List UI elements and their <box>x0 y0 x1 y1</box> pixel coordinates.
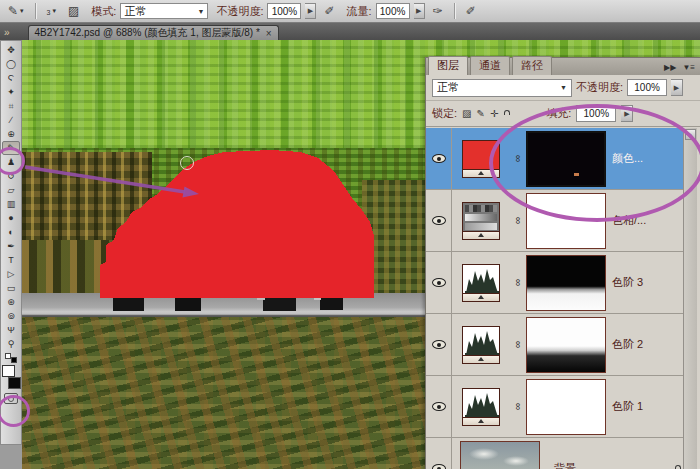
dodge-icon: ◐ <box>8 228 13 237</box>
flow-spinner[interactable]: ▶ <box>414 3 425 19</box>
separator <box>35 3 36 19</box>
background-color-swatch[interactable] <box>8 377 21 389</box>
tool-marquee[interactable]: ◯ <box>2 57 20 71</box>
toolbox: ✥ ◯ Ϛ ✦ ⌗ ∕ ⊕ ✎ ♟ ↺ ▱ ▥ ● ◐ ✒ T ▷ ▭ ⊛ ⊚ … <box>0 40 22 445</box>
layer-name[interactable]: 色相/... <box>606 213 684 228</box>
layer-name[interactable]: 色阶 3 <box>606 275 684 290</box>
tool-orbit-3d[interactable]: ⊚ <box>2 309 20 323</box>
layer-fill-input[interactable]: 100% <box>576 105 616 122</box>
foreground-color-swatch[interactable] <box>2 365 15 377</box>
default-colors-button[interactable] <box>5 353 17 363</box>
tool-gradient[interactable]: ▥ <box>2 197 20 211</box>
quick-selection-icon: ✦ <box>7 88 15 97</box>
layer-mask-thumbnail[interactable] <box>526 317 606 373</box>
painted-spot <box>574 173 579 176</box>
tool-clone-stamp[interactable]: ♟ <box>2 155 20 169</box>
layer-list-scrollbar[interactable]: ▲ <box>683 128 697 469</box>
tool-hand[interactable]: Ψ <box>2 323 20 337</box>
airbrush-icon: ✑ <box>433 4 443 18</box>
tool-type[interactable]: T <box>2 253 20 267</box>
layer-row-color-fill[interactable]: ∞ 颜色... <box>426 128 684 190</box>
layer-row-levels-2[interactable]: ∞ 色阶 2 <box>426 314 684 376</box>
document-title: 4B2Y1742.psd @ 688% (颜色填充 1, 图层蒙版/8) * <box>35 26 260 40</box>
brush-size-picker[interactable]: 3 ▾ <box>43 3 60 19</box>
layer-mask-thumbnail[interactable] <box>526 193 606 249</box>
tool-lasso[interactable]: Ϛ <box>2 71 20 85</box>
brush-preset-button[interactable]: ✎ ▾ <box>4 2 28 20</box>
visibility-toggle[interactable] <box>426 438 452 469</box>
opacity-spinner[interactable]: ▶ <box>305 3 316 19</box>
layer-name[interactable]: 背景 <box>548 461 674 469</box>
layer-opacity-spinner[interactable]: ▶ <box>671 79 683 96</box>
layer-name[interactable]: 色阶 1 <box>606 399 684 414</box>
layer-mask-thumbnail[interactable] <box>526 379 606 435</box>
tab-channels[interactable]: 通道 <box>470 56 510 75</box>
visibility-toggle[interactable] <box>426 314 452 375</box>
tab-layers[interactable]: 图层 <box>428 56 468 75</box>
layer-fill-spinner[interactable]: ▶ <box>621 105 633 122</box>
quick-mask-button[interactable] <box>4 393 18 404</box>
tool-eyedropper[interactable]: ∕ <box>2 113 20 127</box>
tool-history-brush[interactable]: ↺ <box>2 169 20 183</box>
visibility-toggle[interactable] <box>426 128 452 189</box>
tab-paths[interactable]: 路径 <box>512 56 552 75</box>
layer-thumbnail[interactable] <box>452 202 510 240</box>
crop-icon: ⌗ <box>8 102 13 111</box>
layer-mask-thumbnail[interactable] <box>526 255 606 311</box>
toggle-brushes-panel-button[interactable]: ▨ <box>64 2 83 20</box>
tool-blur[interactable]: ● <box>2 211 20 225</box>
flow-input[interactable]: 100% <box>376 3 410 19</box>
airbrush-toggle-button[interactable]: ✑ <box>429 2 447 20</box>
tool-shape[interactable]: ▭ <box>2 281 20 295</box>
lock-pixels-icon[interactable]: ✎ <box>477 109 485 119</box>
layer-thumbnail[interactable] <box>452 441 548 469</box>
panel-menu-icon[interactable]: ▼≡ <box>682 63 695 72</box>
tool-quick-selection[interactable]: ✦ <box>2 85 20 99</box>
tool-brush[interactable]: ✎ <box>2 141 20 155</box>
adjustment-slider-strip <box>462 294 500 302</box>
levels-thumbnail <box>462 326 500 356</box>
layer-row-levels-1[interactable]: ∞ 色阶 1 <box>426 376 684 438</box>
visibility-toggle[interactable] <box>426 190 452 251</box>
layer-thumbnail[interactable] <box>452 264 510 302</box>
zoom-icon: ⚲ <box>8 340 15 349</box>
blend-mode-select[interactable]: 正常 ▼ <box>120 3 208 19</box>
orbit-3d-icon: ⊚ <box>7 312 15 321</box>
layer-mask-thumbnail[interactable] <box>526 131 606 187</box>
layer-blend-mode-select[interactable]: 正常 ▼ <box>432 79 572 97</box>
layer-thumbnail[interactable] <box>452 140 510 178</box>
document-tab[interactable]: 4B2Y1742.psd @ 688% (颜色填充 1, 图层蒙版/8) * × <box>28 25 279 40</box>
tool-move[interactable]: ✥ <box>2 43 20 57</box>
layer-thumbnail[interactable] <box>452 326 510 364</box>
layer-row-background[interactable]: 背景 <box>426 438 684 469</box>
adjustment-slider-strip <box>462 170 500 178</box>
tool-crop[interactable]: ⌗ <box>2 99 20 113</box>
tool-dodge[interactable]: ◐ <box>2 225 20 239</box>
layer-name[interactable]: 颜色... <box>606 151 684 166</box>
tool-zoom[interactable]: ⚲ <box>2 337 20 351</box>
lock-transparency-icon[interactable]: ▨ <box>462 109 471 119</box>
layer-row-levels-3[interactable]: ∞ 色阶 3 <box>426 252 684 314</box>
tool-path-selection[interactable]: ▷ <box>2 267 20 281</box>
toolbox-collapse-icon[interactable]: » <box>0 27 14 40</box>
tablet-opacity-button[interactable]: ✐ <box>320 2 338 20</box>
layer-name[interactable]: 色阶 2 <box>606 337 684 352</box>
tool-rotate-3d[interactable]: ⊛ <box>2 295 20 309</box>
tool-pen[interactable]: ✒ <box>2 239 20 253</box>
scroll-up-arrow[interactable]: ▲ <box>685 129 696 140</box>
layer-row-hue-saturation[interactable]: ∞ 色相/... <box>426 190 684 252</box>
lock-position-icon[interactable]: ✛ <box>490 109 498 119</box>
close-icon[interactable]: × <box>266 28 272 39</box>
hand-icon: Ψ <box>7 326 15 335</box>
tool-spot-healing[interactable]: ⊕ <box>2 127 20 141</box>
opacity-input[interactable]: 100% <box>267 3 301 19</box>
layer-thumbnail[interactable] <box>452 388 510 426</box>
tablet-size-button[interactable]: ✐ <box>462 2 480 20</box>
flow-label: 流量: <box>347 4 372 19</box>
collapse-panel-icon[interactable]: ▶▶ <box>664 63 676 72</box>
tool-eraser[interactable]: ▱ <box>2 183 20 197</box>
color-swatches <box>1 365 21 389</box>
layer-opacity-input[interactable]: 100% <box>627 79 667 96</box>
visibility-toggle[interactable] <box>426 376 452 437</box>
visibility-toggle[interactable] <box>426 252 452 313</box>
